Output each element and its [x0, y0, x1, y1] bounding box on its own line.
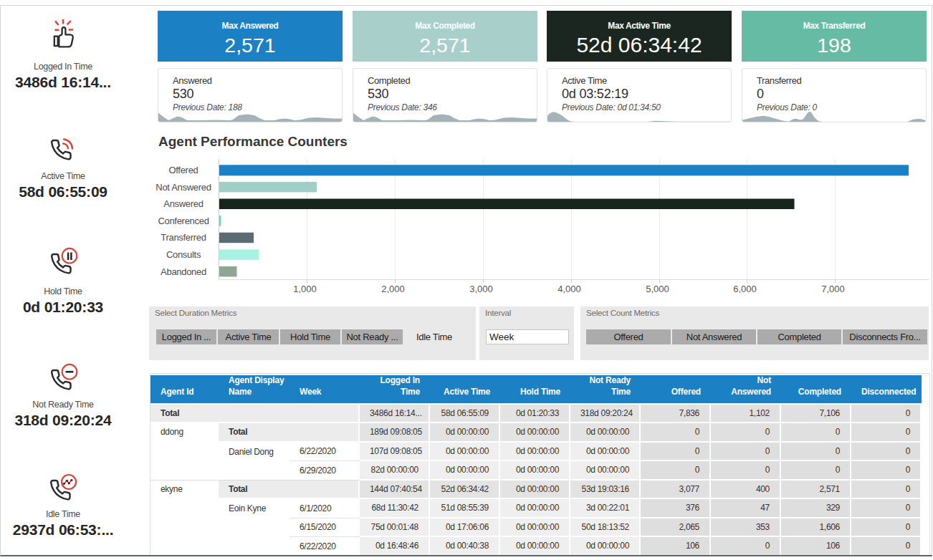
svg-text:2,000: 2,000: [381, 284, 405, 294]
svg-text:Offered: Offered: [168, 165, 198, 175]
svg-text:Abandoned: Abandoned: [161, 266, 206, 277]
svg-text:6,000: 6,000: [733, 284, 757, 294]
svg-text:1,000: 1,000: [293, 284, 317, 294]
svg-text:Answered: Answered: [163, 198, 203, 209]
svg-text:Transferred: Transferred: [161, 232, 206, 243]
svg-text:4,000: 4,000: [558, 284, 581, 294]
svg-text:3,000: 3,000: [469, 284, 493, 294]
svg-text:Conferenced: Conferenced: [158, 216, 209, 226]
svg-text:7,000: 7,000: [821, 284, 845, 294]
svg-text:Not Answered: Not Answered: [156, 182, 211, 193]
svg-text:Consults: Consults: [166, 249, 201, 260]
svg-text:5,000: 5,000: [646, 284, 669, 294]
